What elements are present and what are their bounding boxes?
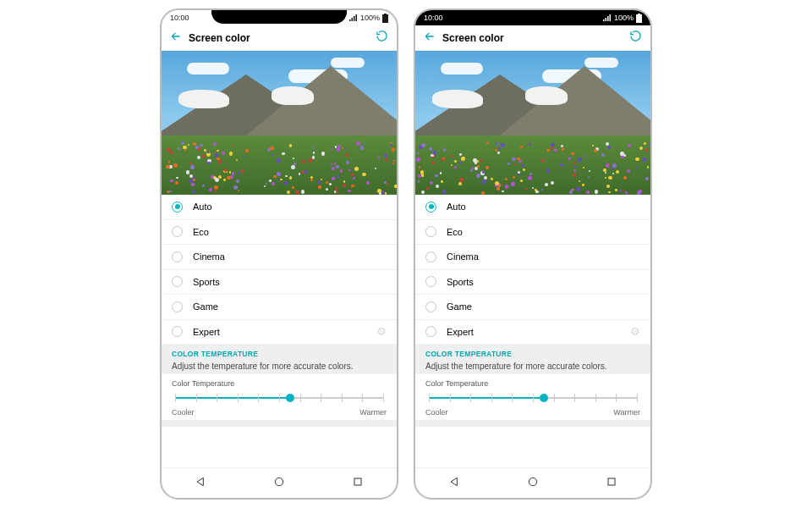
- battery-icon: [636, 14, 642, 23]
- mode-option-sports[interactable]: Sports: [415, 270, 650, 295]
- signal-icon: [603, 14, 612, 22]
- temperature-end-labels: Cooler Warmer: [415, 408, 650, 420]
- slider-fill: [175, 397, 294, 399]
- temperature-slider-label: Color Temperature: [425, 379, 640, 388]
- svg-rect-1: [354, 478, 361, 485]
- rotate-ccw-icon: [376, 30, 388, 42]
- mode-option-game[interactable]: Game: [162, 295, 397, 320]
- battery-icon: [382, 14, 388, 23]
- app-header: Screen color: [162, 25, 397, 51]
- page-title: Screen color: [442, 32, 629, 44]
- status-time: 10:00: [170, 14, 189, 22]
- mode-label: Sports: [193, 277, 220, 287]
- mode-option-expert[interactable]: Expert⚙: [415, 320, 650, 345]
- app-header: Screen color: [415, 25, 650, 51]
- mode-option-cinema[interactable]: Cinema: [415, 245, 650, 270]
- square-outline-icon: [605, 475, 618, 489]
- radio-icon: [425, 301, 436, 312]
- battery-text: 100%: [360, 14, 380, 22]
- mode-label: Cinema: [193, 251, 225, 262]
- warmer-label: Warmer: [359, 408, 387, 417]
- radio-icon: [172, 202, 183, 213]
- circle-outline-icon: [526, 475, 540, 489]
- temperature-section-header: COLOR TEMPERATURE Adjust the temperature…: [415, 345, 650, 374]
- nav-back-button[interactable]: [194, 475, 207, 492]
- cooler-label: Cooler: [425, 408, 448, 417]
- temperature-section-title: COLOR TEMPERATURE: [425, 350, 640, 358]
- temperature-slider-label: Color Temperature: [172, 379, 387, 388]
- mode-option-expert[interactable]: Expert⚙: [162, 320, 397, 345]
- radio-icon: [172, 251, 183, 262]
- mode-option-eco[interactable]: Eco: [415, 220, 650, 246]
- preview-image: [162, 51, 397, 195]
- rotate-ccw-icon: [629, 30, 642, 42]
- mode-label: Expert: [193, 327, 220, 337]
- status-bar: 10:00 100%: [162, 10, 397, 25]
- navigation-bar: [162, 467, 397, 498]
- temperature-section-desc: Adjust the temperature for more accurate…: [172, 362, 387, 371]
- radio-icon: [172, 226, 183, 237]
- radio-icon: [172, 326, 183, 337]
- radio-icon: [172, 301, 183, 312]
- temperature-slider-box: Color Temperature: [162, 374, 397, 408]
- slider-fill: [429, 397, 547, 399]
- temperature-section-header: COLOR TEMPERATURE Adjust the temperature…: [162, 345, 397, 374]
- mode-option-cinema[interactable]: Cinema: [162, 245, 397, 270]
- signal-icon: [349, 14, 358, 22]
- gear-icon[interactable]: ⚙: [376, 325, 387, 338]
- phone-notch: 10:00 100% Screen color AutoEcoCinemaSpo…: [160, 8, 398, 500]
- radio-icon: [425, 326, 436, 337]
- mode-option-sports[interactable]: Sports: [162, 270, 397, 295]
- mode-label: Game: [193, 301, 218, 312]
- mode-label: Sports: [447, 277, 474, 287]
- back-button[interactable]: [424, 30, 436, 45]
- circle-outline-icon: [272, 475, 286, 489]
- radio-icon: [425, 226, 436, 237]
- warmer-label: Warmer: [613, 408, 640, 417]
- svg-point-2: [529, 478, 536, 485]
- mode-option-eco[interactable]: Eco: [162, 220, 397, 246]
- arrow-left-icon: [170, 30, 182, 42]
- temperature-section-title: COLOR TEMPERATURE: [172, 350, 387, 358]
- mode-label: Game: [447, 301, 472, 312]
- status-time: 10:00: [424, 14, 443, 22]
- radio-icon: [172, 276, 183, 287]
- gear-icon[interactable]: ⚙: [630, 325, 640, 338]
- section-divider: [162, 420, 397, 427]
- mode-option-auto[interactable]: Auto: [162, 195, 397, 220]
- temperature-end-labels: Cooler Warmer: [162, 408, 397, 420]
- nav-recent-button[interactable]: [605, 475, 618, 492]
- mode-label: Expert: [447, 327, 474, 337]
- mode-label: Auto: [193, 202, 212, 212]
- mode-option-auto[interactable]: Auto: [415, 195, 650, 220]
- reset-button[interactable]: [376, 30, 388, 46]
- section-divider: [415, 420, 650, 427]
- nav-home-button[interactable]: [526, 475, 540, 492]
- temperature-section-desc: Adjust the temperature for more accurate…: [425, 362, 640, 371]
- slider-thumb[interactable]: [286, 394, 294, 402]
- preview-image: [415, 51, 650, 195]
- mode-option-game[interactable]: Game: [415, 295, 650, 320]
- mode-label: Eco: [447, 227, 463, 237]
- reset-button[interactable]: [629, 30, 642, 46]
- color-mode-list: AutoEcoCinemaSportsGameExpert⚙: [415, 195, 650, 345]
- nav-recent-button[interactable]: [351, 475, 365, 492]
- color-mode-list: AutoEcoCinemaSportsGameExpert⚙: [162, 195, 397, 345]
- svg-rect-3: [608, 478, 615, 485]
- mode-label: Eco: [193, 227, 209, 237]
- svg-point-0: [275, 478, 283, 485]
- cooler-label: Cooler: [172, 408, 195, 417]
- temperature-slider[interactable]: [172, 391, 387, 405]
- status-bar: 10:00 100%: [415, 10, 650, 25]
- nav-back-button[interactable]: [447, 475, 461, 492]
- temperature-slider[interactable]: [425, 391, 640, 405]
- navigation-bar: [415, 467, 650, 498]
- page-title: Screen color: [189, 32, 376, 44]
- nav-home-button[interactable]: [272, 475, 286, 492]
- radio-icon: [425, 251, 436, 262]
- triangle-outline-icon: [447, 475, 461, 489]
- back-button[interactable]: [170, 30, 182, 45]
- mode-label: Cinema: [447, 251, 479, 262]
- arrow-left-icon: [424, 30, 436, 42]
- slider-thumb[interactable]: [540, 394, 548, 402]
